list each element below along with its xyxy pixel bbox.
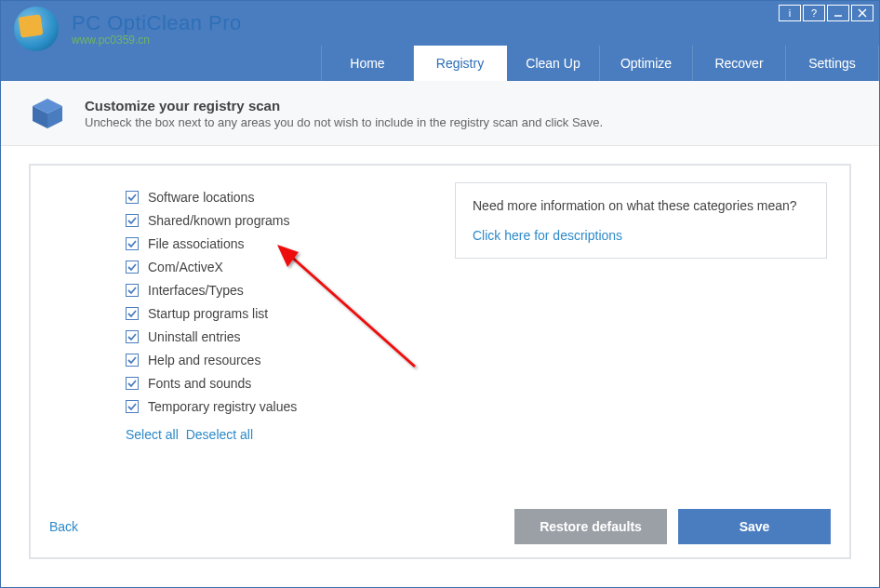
checkbox[interactable] (126, 354, 139, 367)
check-label: Com/ActiveX (148, 260, 223, 274)
page-header: Customize your registry scan Uncheck the… (1, 81, 879, 146)
bottom-bar: Back Restore defaults Save (49, 509, 831, 544)
tab-settings[interactable]: Settings (786, 46, 879, 81)
page-title: Customize your registry scan (85, 98, 603, 114)
tab-cleanup[interactable]: Clean Up (507, 46, 600, 81)
checkbox[interactable] (126, 284, 139, 297)
checkbox[interactable] (126, 261, 139, 274)
app-title: PC OptiClean Pro (72, 11, 242, 35)
check-label: Shared/known programs (148, 213, 290, 228)
check-label: Help and resources (148, 353, 260, 368)
select-all-link[interactable]: Select all (126, 427, 179, 442)
save-button[interactable]: Save (678, 509, 831, 544)
page-subtitle: Uncheck the box next to any areas you do… (85, 115, 603, 129)
checkbox[interactable] (126, 307, 139, 320)
checkbox[interactable] (126, 191, 139, 204)
check-label: Software locations (148, 190, 254, 205)
checkbox[interactable] (126, 237, 139, 250)
check-label: Interfaces/Types (148, 283, 244, 298)
check-label: Startup programs list (148, 306, 268, 321)
check-item: Uninstall entries (126, 329, 297, 344)
app-logo-icon (14, 7, 59, 51)
check-item: Help and resources (126, 353, 297, 368)
help-button[interactable]: ? (803, 5, 825, 21)
info-box: Need more information on what these cate… (455, 182, 827, 259)
back-link[interactable]: Back (49, 519, 78, 534)
cube-icon (27, 93, 68, 134)
check-item: Fonts and sounds (126, 376, 297, 391)
checkbox[interactable] (126, 214, 139, 227)
check-label: File associations (148, 236, 245, 251)
restore-defaults-button[interactable]: Restore defaults (514, 509, 667, 544)
check-item: Com/ActiveX (126, 260, 297, 274)
check-label: Uninstall entries (148, 329, 241, 344)
tab-home[interactable]: Home (321, 46, 414, 81)
minimize-button[interactable] (827, 5, 849, 21)
info-title: Need more information on what these cate… (473, 198, 809, 213)
tab-optimize[interactable]: Optimize (600, 46, 693, 81)
check-item: Interfaces/Types (126, 283, 297, 298)
deselect-all-link[interactable]: Deselect all (186, 427, 253, 442)
checkbox[interactable] (126, 377, 139, 390)
checkbox[interactable] (126, 330, 139, 343)
checkbox[interactable] (126, 400, 139, 413)
info-button[interactable]: i (779, 5, 801, 21)
check-item: Shared/known programs (126, 213, 297, 228)
info-link[interactable]: Click here for descriptions (473, 228, 809, 243)
check-item: File associations (126, 236, 297, 251)
check-item: Temporary registry values (126, 399, 297, 414)
logo-area: PC OptiClean Pro www.pc0359.cn (14, 7, 242, 51)
tab-registry[interactable]: Registry (414, 46, 507, 81)
watermark-text: www.pc0359.cn (72, 33, 242, 47)
check-item: Software locations (126, 190, 297, 205)
check-label: Temporary registry values (148, 399, 297, 414)
checklist: Software locations Shared/known programs… (126, 190, 297, 442)
tab-recover[interactable]: Recover (693, 46, 786, 81)
check-label: Fonts and sounds (148, 376, 251, 391)
close-button[interactable] (851, 5, 873, 21)
check-item: Startup programs list (126, 306, 297, 321)
content-panel: Software locations Shared/known programs… (29, 164, 851, 559)
